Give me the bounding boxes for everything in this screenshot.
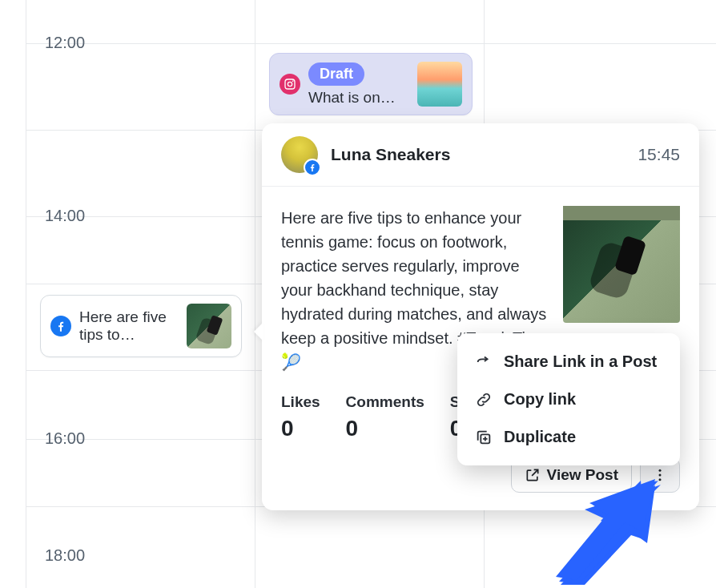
avatar bbox=[281, 136, 318, 173]
time-label: 16:00 bbox=[45, 429, 85, 448]
time-label: 18:00 bbox=[45, 546, 85, 565]
svg-point-2 bbox=[292, 81, 294, 83]
stat-value-likes: 0 bbox=[281, 416, 320, 441]
stat-label-likes: Likes bbox=[281, 393, 320, 411]
time-label: 12:00 bbox=[45, 34, 85, 52]
context-menu: Share Link in a Post Copy link Duplicate bbox=[457, 333, 680, 465]
calendar-event-tennis[interactable]: Here are five tips to… bbox=[40, 295, 242, 357]
duplicate-icon bbox=[475, 429, 493, 446]
menu-item-duplicate[interactable]: Duplicate bbox=[457, 418, 680, 456]
share-arrow-icon bbox=[475, 353, 493, 371]
menu-item-share[interactable]: Share Link in a Post bbox=[457, 343, 680, 381]
calendar-event-draft[interactable]: Draft What is on… bbox=[269, 53, 473, 115]
time-label: 14:00 bbox=[45, 207, 85, 225]
post-image bbox=[563, 206, 680, 323]
instagram-icon bbox=[280, 74, 300, 95]
event-snippet: Here are five tips to… bbox=[79, 308, 179, 344]
draft-badge: Draft bbox=[308, 62, 364, 86]
svg-point-3 bbox=[659, 469, 662, 472]
event-thumbnail bbox=[187, 304, 231, 348]
post-time: 15:45 bbox=[638, 145, 680, 164]
svg-point-1 bbox=[288, 82, 292, 86]
svg-point-4 bbox=[659, 474, 662, 477]
more-vertical-icon bbox=[652, 467, 668, 483]
menu-item-copy-link[interactable]: Copy link bbox=[457, 381, 680, 418]
view-post-label: View Post bbox=[547, 466, 618, 484]
event-snippet: What is on… bbox=[308, 89, 409, 107]
post-popover: Luna Sneakers 15:45 Here are five tips t… bbox=[262, 123, 699, 510]
link-icon bbox=[475, 391, 493, 409]
menu-item-label: Duplicate bbox=[504, 428, 576, 446]
stat-value-comments: 0 bbox=[346, 416, 424, 441]
svg-point-5 bbox=[659, 478, 662, 481]
event-thumbnail bbox=[417, 62, 462, 107]
stat-label-comments: Comments bbox=[346, 393, 424, 411]
facebook-icon bbox=[50, 316, 71, 336]
account-name: Luna Sneakers bbox=[331, 145, 638, 164]
menu-item-label: Share Link in a Post bbox=[504, 352, 657, 371]
popover-arrow bbox=[254, 322, 263, 341]
menu-item-label: Copy link bbox=[504, 390, 576, 409]
popover-header: Luna Sneakers 15:45 bbox=[262, 123, 699, 187]
facebook-icon bbox=[304, 159, 321, 176]
